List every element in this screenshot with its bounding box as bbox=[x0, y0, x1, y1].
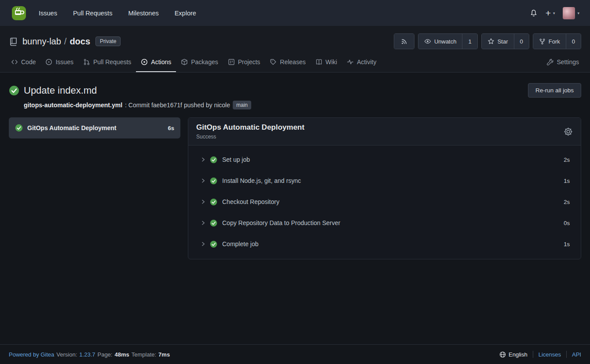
step-list: Set up job 2s Install Node.js, git, and … bbox=[188, 146, 581, 259]
job-detail-card: GitOps Automatic Deployment Success Set … bbox=[188, 117, 581, 259]
tab-code[interactable]: Code bbox=[6, 54, 40, 72]
tab-label: Wiki bbox=[326, 58, 337, 66]
run-status-success-icon bbox=[9, 85, 19, 96]
navbar-links: Issues Pull Requests Milestones Explore bbox=[31, 0, 204, 26]
commit-info: : Commit faebe1671f pushed by nicole bbox=[125, 102, 230, 109]
tab-pull-requests[interactable]: Pull Requests bbox=[78, 54, 136, 72]
step-success-icon bbox=[210, 240, 217, 248]
step-row-install[interactable]: Install Node.js, git, and rsync 1s bbox=[188, 170, 581, 191]
star-button[interactable]: Star bbox=[482, 34, 514, 49]
language-label: English bbox=[509, 351, 528, 358]
step-duration: 2s bbox=[564, 157, 570, 163]
branch-badge[interactable]: main bbox=[233, 101, 251, 109]
tab-activity[interactable]: Activity bbox=[342, 54, 381, 72]
rss-icon bbox=[401, 38, 407, 45]
job-name: GitOps Automatic Deployment bbox=[27, 124, 164, 131]
stars-count[interactable]: 0 bbox=[514, 34, 529, 49]
create-new-button[interactable]: + ▾ bbox=[546, 8, 555, 18]
step-duration: 1s bbox=[564, 178, 570, 184]
rss-button[interactable] bbox=[394, 34, 414, 49]
tab-settings[interactable]: Settings bbox=[542, 54, 584, 72]
tab-label: Pull Requests bbox=[93, 58, 131, 66]
rerun-all-jobs-button[interactable]: Re-run all jobs bbox=[528, 83, 581, 98]
watchers-count[interactable]: 1 bbox=[462, 34, 477, 49]
repo-icon bbox=[9, 37, 18, 46]
job-duration: 6s bbox=[168, 125, 174, 131]
notifications-bell-icon[interactable] bbox=[530, 9, 538, 17]
unwatch-button[interactable]: Unwatch bbox=[418, 34, 462, 49]
tab-label: Code bbox=[21, 58, 36, 66]
job-options-gear-icon[interactable] bbox=[564, 127, 573, 136]
step-row-setup[interactable]: Set up job 2s bbox=[188, 149, 581, 170]
language-selector[interactable]: English bbox=[499, 351, 533, 358]
top-navbar: Issues Pull Requests Milestones Explore … bbox=[0, 0, 590, 26]
job-detail-title: GitOps Automatic Deployment bbox=[196, 123, 304, 132]
tab-issues[interactable]: Issues bbox=[40, 54, 78, 72]
gitea-logo-icon[interactable] bbox=[11, 6, 26, 21]
repo-tabs: Code Issues Pull Requests Actions Packag… bbox=[0, 54, 590, 72]
breadcrumb-separator: / bbox=[64, 36, 67, 46]
page-time-label: Page: bbox=[97, 351, 112, 358]
job-detail-header: GitOps Automatic Deployment Success bbox=[188, 118, 581, 146]
chevron-right-icon bbox=[201, 199, 206, 204]
repo-action-buttons: Unwatch 1 Star 0 Fork 0 bbox=[394, 33, 581, 49]
step-name: Complete job bbox=[222, 240, 564, 248]
step-row-checkout[interactable]: Checkout Repository 2s bbox=[188, 191, 581, 212]
step-name: Install Node.js, git, and rsync bbox=[222, 177, 564, 184]
step-duration: 0s bbox=[564, 220, 570, 226]
fork-icon bbox=[539, 38, 546, 45]
step-name: Checkout Repository bbox=[222, 198, 564, 205]
nav-item-issues[interactable]: Issues bbox=[31, 0, 65, 26]
powered-by-gitea-link[interactable]: Powered by Gitea bbox=[9, 351, 54, 358]
template-time-label: Template: bbox=[132, 351, 156, 358]
nav-item-pull-requests[interactable]: Pull Requests bbox=[65, 0, 120, 26]
forks-count[interactable]: 0 bbox=[566, 34, 581, 49]
star-icon bbox=[487, 38, 495, 45]
run-body: GitOps Automatic Deployment 6s GitOps Au… bbox=[9, 117, 581, 259]
step-row-complete[interactable]: Complete job 1s bbox=[188, 233, 581, 255]
step-name: Set up job bbox=[222, 156, 564, 163]
tab-label: Settings bbox=[557, 58, 579, 66]
chevron-right-icon bbox=[201, 220, 206, 226]
chevron-right-icon bbox=[201, 241, 206, 247]
actions-run-page: Update index.md Re-run all jobs gitops-a… bbox=[0, 73, 590, 344]
tab-packages[interactable]: Packages bbox=[176, 54, 223, 72]
nav-item-explore[interactable]: Explore bbox=[167, 0, 204, 26]
fork-button[interactable]: Fork bbox=[533, 34, 566, 49]
job-success-icon bbox=[15, 124, 23, 132]
user-menu-button[interactable]: ▾ bbox=[563, 7, 579, 19]
watch-button-group: Unwatch 1 bbox=[418, 33, 478, 49]
licenses-link[interactable]: Licenses bbox=[533, 351, 566, 358]
tab-projects[interactable]: Projects bbox=[223, 54, 265, 72]
step-row-copy[interactable]: Copy Repository Data to Production Serve… bbox=[188, 212, 581, 233]
footer-meta: Powered by Gitea Version: 1.23.7 Page: 4… bbox=[9, 351, 170, 358]
job-list-item[interactable]: GitOps Automatic Deployment 6s bbox=[9, 117, 180, 138]
tab-releases[interactable]: Releases bbox=[265, 54, 310, 72]
repo-name-link[interactable]: docs bbox=[70, 36, 90, 46]
run-title: Update index.md bbox=[24, 85, 97, 96]
chevron-right-icon bbox=[201, 178, 206, 183]
nav-item-milestones[interactable]: Milestones bbox=[120, 0, 166, 26]
job-status-text: Success bbox=[196, 134, 304, 140]
gitea-app: Issues Pull Requests Milestones Explore … bbox=[0, 0, 590, 364]
star-button-group: Star 0 bbox=[481, 33, 529, 49]
tab-wiki[interactable]: Wiki bbox=[311, 54, 342, 72]
version-link[interactable]: 1.23.7 bbox=[79, 351, 95, 358]
plus-icon: + bbox=[546, 8, 551, 18]
api-link[interactable]: API bbox=[567, 351, 581, 358]
tab-label: Issues bbox=[55, 58, 73, 66]
workflow-file: gitops-automatic-deployment.yml bbox=[24, 102, 122, 109]
step-success-icon bbox=[210, 219, 217, 227]
job-list: GitOps Automatic Deployment 6s bbox=[9, 117, 180, 138]
version-label: Version: bbox=[56, 351, 77, 358]
run-subtitle: gitops-automatic-deployment.yml: Commit … bbox=[24, 101, 581, 109]
step-success-icon bbox=[210, 177, 217, 185]
step-duration: 1s bbox=[564, 241, 570, 248]
step-name: Copy Repository Data to Production Serve… bbox=[222, 219, 564, 226]
repo-owner-link[interactable]: bunny-lab bbox=[22, 36, 61, 46]
repo-breadcrumb: bunny-lab/docs bbox=[22, 36, 90, 47]
tab-label: Activity bbox=[357, 58, 376, 66]
tab-label: Projects bbox=[238, 58, 260, 66]
step-success-icon bbox=[210, 156, 217, 164]
tab-actions[interactable]: Actions bbox=[136, 54, 176, 72]
